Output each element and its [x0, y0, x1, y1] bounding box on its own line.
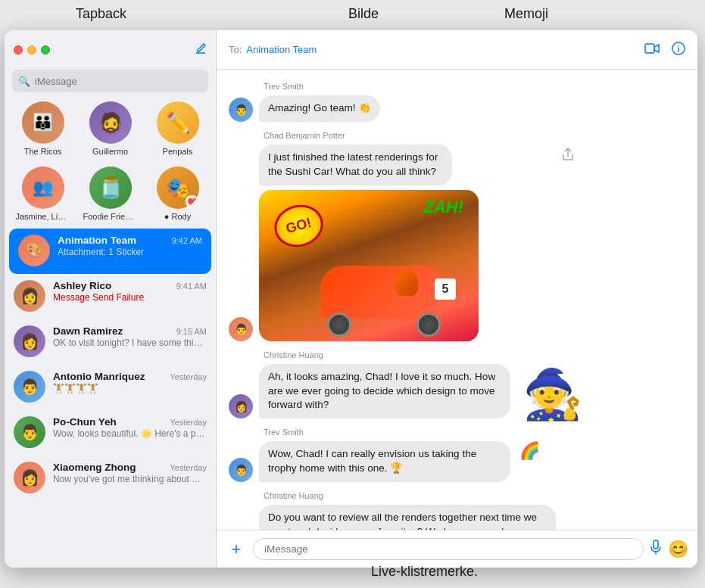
message-row-1: 👨 Amazing! Go team! 👏 — [229, 95, 685, 122]
conv-name-xiaomeng-zhong: Xiaomeng Zhong — [53, 462, 136, 473]
fullscreen-button[interactable] — [41, 45, 50, 54]
sender-chad: Chad Benjamin Potter — [264, 131, 685, 140]
traffic-lights — [14, 45, 50, 54]
svg-rect-0 — [645, 44, 654, 53]
chad-content: I just finished the latest renderings fo… — [259, 145, 556, 341]
audio-record-button[interactable] — [650, 540, 662, 558]
car-body — [320, 266, 441, 319]
conv-time-animation-team: 9:42 AM — [172, 236, 202, 245]
compose-button[interactable] — [195, 42, 207, 58]
message-group-2: Chad Benjamin Potter 👨 I just finished t… — [229, 131, 685, 341]
conv-name-dawn-ramirez: Dawn Ramirez — [53, 325, 123, 337]
conv-time-antonio-manriquez: Yesterday — [170, 372, 207, 381]
pinned-row-2: 👥 Jasmine, Liz &... 🫙 Foodie Friends 🎭 ❤… — [5, 163, 216, 229]
conv-time-dawn-ramirez: 9:15 AM — [176, 327, 207, 336]
conv-avatar-dawn-ramirez: 👩 — [14, 325, 45, 357]
bubble-msg5: Do you want to review all the renders to… — [259, 505, 556, 530]
conv-name-po-chun-yeh: Po-Chun Yeh — [53, 416, 117, 428]
bubble-msg1: Amazing! Go team! 👏 — [259, 95, 380, 122]
conversation-item-animation-team[interactable]: 🎨 Animation Team 9:42 AM Attachment: 1 S… — [9, 229, 211, 274]
sender-christine-2: Christine Huang — [264, 491, 685, 500]
pinned-contact-rody[interactable]: 🎭 ❤️ ● Rody — [151, 166, 205, 221]
conv-content-ashley-rico: Ashley Rico 9:41 AM Message Send Failure — [53, 280, 207, 303]
search-input[interactable] — [35, 76, 202, 87]
conv-content-dawn-ramirez: Dawn Ramirez 9:15 AM OK to visit tonight… — [53, 325, 207, 348]
message-row-4: 👨 Wow, Chad! I can really envision us ta… — [229, 441, 685, 482]
bubble-msg3: Ah, it looks amazing, Chad! I love it so… — [259, 364, 510, 419]
sushi-car-image: GO! ZAH! 5 — [259, 190, 479, 341]
conversation-item-antonio-manriquez[interactable]: 👨 Antonio Manriquez Yesterday 🏋🏋🏋🏋 — [5, 365, 216, 410]
search-bar[interactable]: 🔍 — [12, 70, 208, 92]
chat-input-area: + 😊 — [217, 530, 697, 568]
message-input[interactable] — [253, 538, 644, 560]
message-group-3: Christine Huang 👩 Ah, it looks amazing, … — [229, 350, 685, 419]
conv-avatar-xiaomeng-zhong: 👩 — [14, 462, 45, 493]
msg-avatar-christine: 👩 — [229, 394, 253, 418]
msg-avatar-chad: 👨 — [229, 317, 253, 341]
zah-sticker: ZAH! — [423, 198, 463, 217]
pinned-contact-guillermo[interactable]: 🧔 Guillermo — [83, 101, 138, 156]
video-call-button[interactable] — [644, 42, 660, 58]
conv-preview-dawn-ramirez: OK to visit tonight? I have some things … — [53, 338, 207, 348]
pinned-contact-jasmine[interactable]: 👥 Jasmine, Liz &... — [16, 166, 70, 221]
contact-name-guillermo: Guillermo — [83, 147, 138, 156]
chat-header-actions — [644, 42, 685, 58]
avatar-the-ricos: 👪 — [22, 101, 64, 144]
svg-point-2 — [678, 45, 679, 46]
pinned-contact-foodie-friends[interactable]: 🫙 Foodie Friends — [83, 166, 138, 221]
avatar-foodie-friends: 🫙 — [89, 166, 132, 209]
conv-content-xiaomeng-zhong: Xiaomeng Zhong Yesterday Now you've got … — [53, 462, 207, 484]
conversation-list: 🎨 Animation Team 9:42 AM Attachment: 1 S… — [5, 229, 216, 568]
contact-name-the-ricos: The Ricos — [16, 147, 70, 156]
chat-area: To: Animation Team — [217, 30, 697, 568]
memoji-annotation: Memoji — [504, 6, 548, 22]
sender-trev-2: Trev Smith — [264, 428, 685, 437]
conv-avatar-animation-team: 🎨 — [18, 235, 50, 266]
conv-avatar-po-chun-yeh: 👨 — [14, 416, 45, 448]
sender-christine-1: Christine Huang — [264, 350, 685, 359]
conv-time-xiaomeng-zhong: Yesterday — [170, 463, 207, 472]
sidebar-titlebar — [5, 30, 216, 70]
conv-avatar-antonio-manriquez: 👨 — [14, 371, 45, 403]
share-button[interactable] — [562, 148, 574, 164]
pinned-contact-penpals[interactable]: ✏️ Penpals — [151, 101, 205, 156]
contact-name-foodie-friends: Foodie Friends — [83, 212, 138, 221]
emoji-button[interactable]: 😊 — [668, 540, 688, 559]
message-row-3: 👩 Ah, it looks amazing, Chad! I love it … — [229, 364, 685, 419]
conv-preview-animation-team: Attachment: 1 Sticker — [58, 247, 202, 257]
conv-content-animation-team: Animation Team 9:42 AM Attachment: 1 Sti… — [58, 235, 202, 257]
bubble-msg4: Wow, Chad! I can really envision us taki… — [259, 441, 510, 482]
conv-preview-po-chun-yeh: Wow, looks beautiful. 🌟 Here's a photo o… — [53, 428, 207, 439]
msg-avatar-trev: 👨 — [229, 98, 253, 122]
message-group-5: Christine Huang 👩 Do you want to review … — [229, 491, 685, 530]
conversation-item-xiaomeng-zhong[interactable]: 👩 Xiaomeng Zhong Yesterday Now you've go… — [5, 456, 216, 501]
wheel-right — [416, 313, 441, 337]
bubble-msg2: I just finished the latest renderings fo… — [259, 145, 452, 185]
pinned-contact-the-ricos[interactable]: 👪 The Ricos — [16, 101, 70, 156]
chat-recipient-name: Animation Team — [246, 44, 644, 55]
search-icon: 🔍 — [18, 76, 30, 87]
info-button[interactable] — [672, 42, 685, 58]
bilde-annotation: Bilde — [348, 6, 379, 22]
avatar-penpals: ✏️ — [157, 101, 199, 144]
conv-preview-ashley-rico: Message Send Failure — [53, 292, 207, 303]
avatar-guillermo: 🧔 — [89, 101, 132, 144]
svg-rect-3 — [654, 540, 658, 549]
chat-messages: Trev Smith 👨 Amazing! Go team! 👏 Chad Be… — [217, 70, 697, 530]
conv-content-antonio-manriquez: Antonio Manriquez Yesterday 🏋🏋🏋🏋 — [53, 371, 207, 394]
add-attachment-button[interactable]: + — [226, 539, 247, 560]
sidebar: 🔍 👪 The Ricos 🧔 Guillermo ✏️ — [5, 30, 217, 568]
contact-name-jasmine: Jasmine, Liz &... — [16, 212, 70, 221]
close-button[interactable] — [14, 45, 23, 54]
sushi-car-image-bubble[interactable]: GO! ZAH! 5 — [259, 190, 486, 341]
conv-content-po-chun-yeh: Po-Chun Yeh Yesterday Wow, looks beautif… — [53, 416, 207, 439]
conv-name-antonio-manriquez: Antonio Manriquez — [53, 371, 145, 382]
msg-avatar-trev-2: 👨 — [229, 458, 253, 482]
conversation-item-dawn-ramirez[interactable]: 👩 Dawn Ramirez 9:15 AM OK to visit tonig… — [5, 319, 216, 365]
conv-time-ashley-rico: 9:41 AM — [176, 282, 207, 291]
conv-name-animation-team: Animation Team — [58, 235, 136, 246]
conversation-item-ashley-rico[interactable]: 👩 Ashley Rico 9:41 AM Message Send Failu… — [5, 274, 216, 319]
message-group-1: Trev Smith 👨 Amazing! Go team! 👏 — [229, 82, 685, 122]
conversation-item-po-chun-yeh[interactable]: 👨 Po-Chun Yeh Yesterday Wow, looks beaut… — [5, 410, 216, 456]
minimize-button[interactable] — [27, 45, 36, 54]
